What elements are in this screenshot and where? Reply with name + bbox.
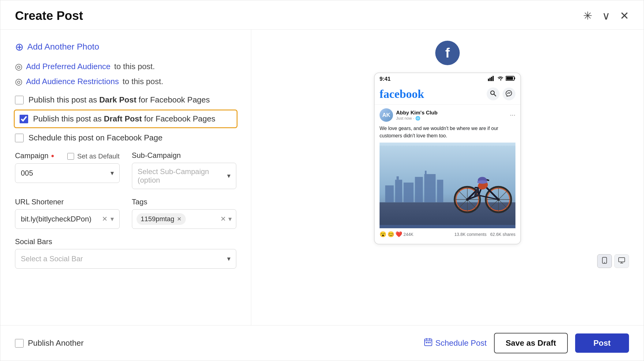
social-bars-label: Social Bars <box>15 237 236 246</box>
post-meta: Just now · 🌐 <box>396 116 507 121</box>
phone-preview: 9:41 facebook <box>374 73 521 244</box>
svg-rect-16 <box>424 174 436 203</box>
publish-options-section: Publish this post as Dark Post for Faceb… <box>15 95 236 143</box>
campaign-chevron-icon: ▾ <box>110 169 114 177</box>
post-image <box>380 143 515 228</box>
dark-post-label: Publish this post as Dark Post for Faceb… <box>28 95 210 105</box>
tags-input[interactable]: 1159pmtag ✕ ✕ ▾ <box>132 209 237 229</box>
post-more-icon: ··· <box>510 111 515 119</box>
shares-count: 62.6K shares <box>490 232 516 237</box>
fb-search-icon <box>490 90 496 98</box>
draft-post-checkbox[interactable] <box>20 115 28 123</box>
campaign-select[interactable]: 005 ▾ <box>15 163 120 183</box>
svg-rect-13 <box>395 180 402 203</box>
svg-rect-12 <box>385 185 394 203</box>
post-button[interactable]: Post <box>575 333 629 353</box>
pin-icon: ✳ <box>583 9 592 22</box>
set-as-default-checkbox[interactable] <box>67 153 74 160</box>
schedule-post-button[interactable]: Schedule Post <box>424 338 487 348</box>
preferred-audience-link[interactable]: Add Preferred Audience <box>26 62 110 71</box>
svg-rect-10 <box>380 203 515 225</box>
publish-another-checkbox[interactable] <box>15 339 24 348</box>
left-panel: ⊕ Add Another Photo ◎ Add Preferred Audi… <box>0 30 251 325</box>
sub-campaign-select[interactable]: Select Sub-Campaign (option ▾ <box>132 163 237 189</box>
svg-rect-60 <box>429 342 431 343</box>
fb-app-header: facebook <box>375 85 520 105</box>
schedule-post-checkbox[interactable] <box>15 134 24 142</box>
tag-remove-icon[interactable]: ✕ <box>177 216 182 222</box>
right-panel: f 9:41 <box>251 30 644 325</box>
chevron-down-button[interactable]: ∨ <box>602 9 610 22</box>
tag-chip-value: 1159pmtag <box>141 215 174 223</box>
tags-chevron-icon[interactable]: ▾ <box>228 215 232 223</box>
view-toggle <box>597 254 629 268</box>
url-shortener-group: URL Shortener bit.ly(bitlycheckDPon) ✕ ▾ <box>15 198 120 229</box>
post-avatar: AK <box>380 108 393 122</box>
svg-rect-5 <box>506 77 513 80</box>
sub-campaign-placeholder: Select Sub-Campaign (option <box>138 167 227 184</box>
post-privacy-icon: · 🌐 <box>413 116 420 121</box>
close-icon: ✕ <box>620 9 629 22</box>
add-photo-icon: ⊕ <box>15 41 24 53</box>
modal-title: Create Post <box>15 9 83 23</box>
post-author-name: Abby Kim's Club <box>396 110 507 116</box>
desktop-view-button[interactable] <box>614 254 629 268</box>
publish-another-row: Publish Another <box>15 338 84 348</box>
add-photo-button[interactable]: ⊕ Add Another Photo <box>15 41 236 53</box>
svg-rect-1 <box>489 78 491 81</box>
post-label: Post <box>593 338 611 348</box>
sub-campaign-group: Sub-Campaign Select Sub-Campaign (option… <box>132 151 237 189</box>
battery-icon <box>506 76 515 82</box>
save-draft-button[interactable]: Save as Draft <box>494 333 568 353</box>
reaction-emoji-1: 😮 <box>380 231 386 238</box>
tags-label: Tags <box>132 198 237 206</box>
post-stats-row: 😮 😊 ❤️ 244K 13.8K comments 62.6K shares <box>380 228 515 240</box>
set-as-default-label: Set as Default <box>77 152 119 160</box>
reaction-count: 244K <box>403 232 414 237</box>
post-author-row: AK Abby Kim's Club Just now · 🌐 ··· <box>380 108 515 122</box>
reaction-emoji-3: ❤️ <box>395 231 402 238</box>
fb-search-button[interactable] <box>487 87 500 100</box>
create-post-modal: Create Post ✳ ∨ ✕ ⊕ Add Another Photo <box>0 0 644 361</box>
sub-campaign-label: Sub-Campaign <box>132 151 237 160</box>
url-chevron-icon[interactable]: ▾ <box>110 215 114 223</box>
mobile-view-icon <box>601 258 608 265</box>
mobile-view-button[interactable] <box>597 254 612 268</box>
post-more-button[interactable]: ··· <box>510 111 515 119</box>
close-button[interactable]: ✕ <box>620 9 629 22</box>
schedule-post-label: Schedule Post <box>435 338 487 348</box>
wifi-icon <box>497 76 504 82</box>
status-icons <box>488 76 515 82</box>
fb-logo: facebook <box>380 87 424 101</box>
schedule-post-label: Schedule this post on Facebook Page <box>28 133 163 143</box>
url-clear-icon[interactable]: ✕ <box>102 215 107 223</box>
tags-controls: ✕ ▾ <box>220 215 232 223</box>
url-box-controls: ✕ ▾ <box>102 215 114 223</box>
url-shortener-input[interactable]: bit.ly(bitlycheckDPon) ✕ ▾ <box>15 209 120 229</box>
tag-chip: 1159pmtag ✕ <box>137 213 186 225</box>
campaign-value: 005 <box>21 169 33 177</box>
publish-another-label: Publish Another <box>28 338 84 348</box>
url-tags-row: URL Shortener bit.ly(bitlycheckDPon) ✕ ▾… <box>15 198 236 229</box>
svg-rect-3 <box>492 76 494 81</box>
svg-point-50 <box>604 262 605 263</box>
dark-post-row: Publish this post as Dark Post for Faceb… <box>15 95 236 105</box>
audience-restrictions-link[interactable]: Add Audience Restrictions <box>26 77 119 86</box>
tags-clear-icon[interactable]: ✕ <box>220 215 226 223</box>
social-bars-select[interactable]: Select a Social Bar ▾ <box>15 249 236 269</box>
audience-restrictions-suffix: to this post. <box>123 77 163 86</box>
svg-rect-14 <box>404 183 414 203</box>
pin-icon-button[interactable]: ✳ <box>583 9 592 22</box>
reaction-emoji-2: 😊 <box>388 231 394 238</box>
url-shortener-value: bit.ly(bitlycheckDPon) <box>21 215 92 223</box>
fb-messenger-button[interactable] <box>503 87 515 100</box>
svg-rect-2 <box>491 77 492 81</box>
audience-section: ◎ Add Preferred Audience to this post. ◎… <box>15 61 236 87</box>
fb-header-icons <box>487 87 515 100</box>
dark-post-checkbox[interactable] <box>15 96 24 104</box>
campaign-required-dot: ● <box>51 153 54 159</box>
svg-rect-6 <box>514 77 515 79</box>
social-bars-placeholder: Select a Social Bar <box>21 255 83 263</box>
comments-count: 13.8K comments <box>454 232 486 237</box>
phone-status-bar: 9:41 <box>375 73 520 85</box>
